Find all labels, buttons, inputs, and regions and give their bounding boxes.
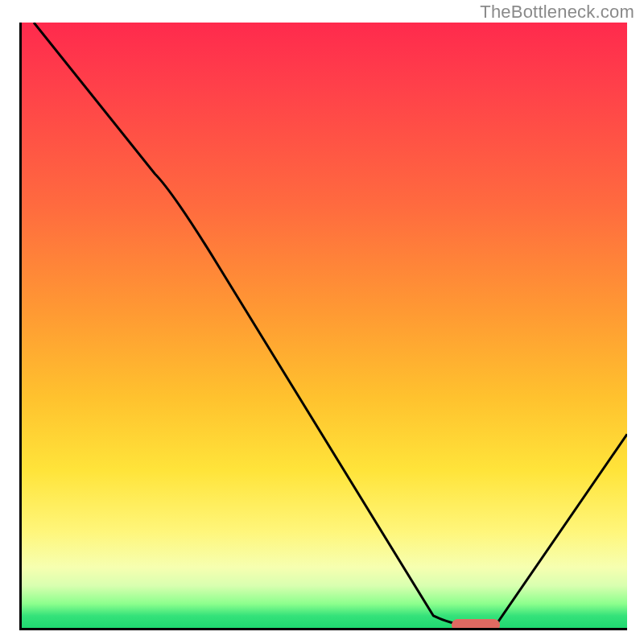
chart-container: TheBottleneck.com — [0, 0, 644, 644]
curve-line — [34, 23, 627, 628]
optimal-marker-pill — [452, 619, 500, 628]
axes-frame — [19, 23, 627, 630]
plot-area — [22, 23, 627, 628]
watermark-text: TheBottleneck.com — [480, 2, 634, 23]
curve-svg — [22, 23, 627, 628]
